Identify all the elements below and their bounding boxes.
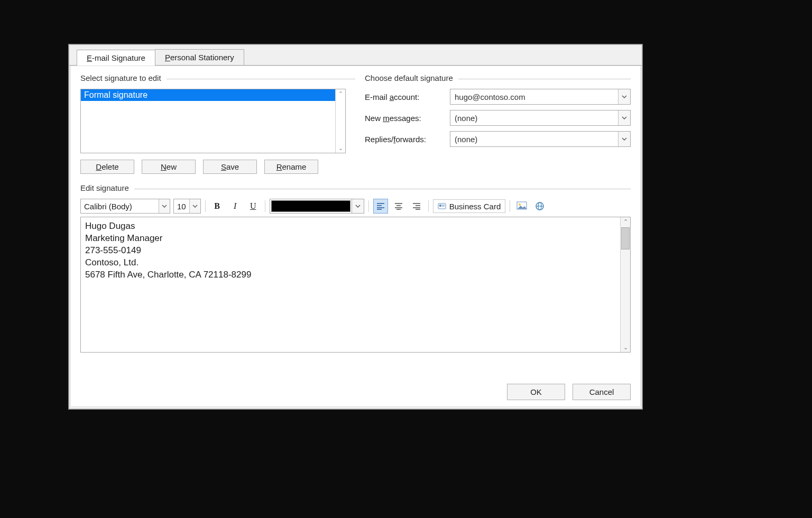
chevron-down-icon[interactable]: [352, 199, 364, 214]
replies-forwards-value: (none): [450, 135, 618, 144]
align-center-icon: [394, 202, 403, 210]
font-name-value: Calibri (Body): [81, 202, 159, 211]
new-messages-value: (none): [450, 114, 618, 123]
new-messages-combo[interactable]: (none): [450, 110, 631, 126]
cancel-button[interactable]: Cancel: [573, 384, 631, 400]
business-card-icon: [438, 202, 446, 210]
tab-personal-stationery[interactable]: Personal Stationery: [155, 49, 244, 65]
edit-signature-label: Edit signature: [80, 183, 131, 192]
signature-list[interactable]: Formal signature ⌃ ⌄: [80, 89, 346, 153]
email-account-combo[interactable]: hugo@contoso.com: [450, 89, 631, 105]
ok-button[interactable]: OK: [507, 384, 565, 400]
default-signature-group: Choose default signature E-mail account:…: [365, 73, 631, 174]
signature-editor[interactable]: Hugo Dugas Marketing Manager 273-555-014…: [80, 217, 631, 353]
select-signature-label: Select signature to edit: [80, 73, 163, 82]
align-left-icon: [376, 202, 385, 210]
edit-signature-group: Edit signature Calibri (Body) 10: [80, 183, 631, 353]
svg-point-17: [519, 204, 521, 206]
signatures-dialog: E-mail Signature Personal Stationery Sel…: [69, 44, 642, 409]
scroll-down-icon[interactable]: ⌄: [623, 343, 628, 352]
hyperlink-icon: [534, 201, 545, 211]
delete-button[interactable]: Delete: [80, 160, 134, 174]
email-account-label: E-mail account:: [365, 92, 447, 101]
scroll-down-icon[interactable]: ⌄: [336, 144, 345, 153]
italic-button[interactable]: I: [228, 199, 243, 214]
bold-button[interactable]: B: [210, 199, 225, 214]
chevron-down-icon[interactable]: [159, 199, 170, 213]
select-signature-group: Select signature to edit Formal signatur…: [80, 73, 355, 174]
chevron-down-icon[interactable]: [618, 132, 630, 146]
default-signature-label: Choose default signature: [365, 73, 455, 82]
insert-picture-button[interactable]: [514, 199, 529, 213]
business-card-label: Business Card: [449, 202, 501, 211]
chevron-down-icon[interactable]: [618, 89, 630, 104]
email-account-value: hugo@contoso.com: [450, 92, 618, 101]
signature-list-scrollbar[interactable]: ⌃ ⌄: [335, 89, 345, 153]
dialog-body: Select signature to edit Formal signatur…: [70, 66, 641, 407]
signature-list-item[interactable]: Formal signature: [81, 89, 336, 101]
chevron-down-icon[interactable]: [189, 199, 200, 213]
new-messages-label: New messages:: [365, 114, 447, 123]
align-right-icon: [412, 202, 421, 210]
replies-forwards-label: Replies/forwards:: [365, 135, 447, 144]
font-size-combo[interactable]: 10: [173, 199, 201, 214]
underline-button[interactable]: U: [246, 199, 261, 214]
svg-rect-13: [439, 205, 441, 207]
rename-button[interactable]: Rename: [264, 160, 318, 174]
font-color-swatch: [271, 200, 350, 212]
business-card-button[interactable]: Business Card: [433, 199, 506, 213]
save-button[interactable]: Save: [203, 160, 257, 174]
align-left-button[interactable]: [373, 199, 388, 214]
font-name-combo[interactable]: Calibri (Body): [80, 199, 170, 214]
align-right-button[interactable]: [409, 199, 424, 214]
insert-hyperlink-button[interactable]: [532, 199, 547, 213]
font-color-picker[interactable]: [270, 199, 364, 214]
scroll-up-icon[interactable]: ⌃: [623, 217, 628, 226]
tab-email-signature[interactable]: E-mail Signature: [77, 50, 155, 66]
tab-strip: E-mail Signature Personal Stationery: [69, 45, 642, 66]
signature-editor-content[interactable]: Hugo Dugas Marketing Manager 273-555-014…: [81, 217, 620, 352]
replies-forwards-combo[interactable]: (none): [450, 131, 631, 147]
scrollbar-thumb[interactable]: [621, 227, 630, 249]
scroll-up-icon[interactable]: ⌃: [336, 89, 345, 98]
editor-scrollbar[interactable]: ⌃ ⌄: [620, 217, 630, 352]
format-toolbar: Calibri (Body) 10 B I U: [80, 199, 631, 214]
new-button[interactable]: New: [142, 160, 196, 174]
chevron-down-icon[interactable]: [618, 110, 630, 125]
align-center-button[interactable]: [391, 199, 406, 214]
picture-icon: [516, 201, 527, 211]
font-size-value: 10: [174, 202, 189, 211]
